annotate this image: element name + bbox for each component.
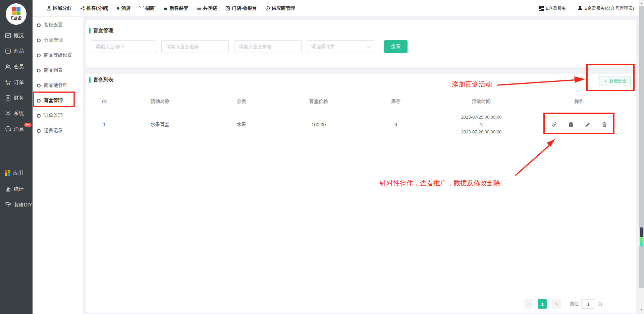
- bars-icon: [163, 6, 168, 11]
- finance-icon: [5, 95, 11, 101]
- submenu-label: 商品列表: [44, 67, 63, 73]
- report-icon[interactable]: [568, 121, 574, 128]
- nav-item-hotel[interactable]: ¥ 酒店: [117, 5, 130, 11]
- nav-item-new-customer[interactable]: 新客裂变: [163, 5, 188, 11]
- sidebar-item-label: 装修DIY: [14, 202, 32, 208]
- brand-logo[interactable]: E企盈: [6, 3, 26, 25]
- col-header-id: ID: [92, 99, 117, 104]
- stats-icon: [5, 186, 11, 192]
- submenu-label: 盲盒管理: [44, 98, 63, 104]
- col-header-name: 活动名称: [117, 99, 203, 105]
- table-row: 1 水果盲盒 水果 100.00 9 2023-07-25 00:00:00 至…: [92, 109, 630, 140]
- nav-item-store-cashier[interactable]: 门店-收银台: [225, 5, 257, 11]
- sidebar-item-stats[interactable]: 统计: [5, 186, 24, 192]
- scroll-up-icon[interactable]: ▲: [639, 0, 644, 6]
- sidebar-item-goods[interactable]: 商品: [5, 48, 24, 54]
- prev-page-button[interactable]: <: [524, 299, 533, 309]
- search-button[interactable]: 搜索: [384, 40, 408, 53]
- category-select-placeholder: 请选择分类: [311, 44, 335, 50]
- submenu-item-category[interactable]: 分类管理: [33, 35, 83, 46]
- overview-icon: [5, 32, 11, 39]
- current-page-button[interactable]: 1: [538, 299, 547, 309]
- goto-unit-label: 页: [598, 301, 602, 307]
- service-menu[interactable]: E企盈服务: [539, 5, 566, 11]
- share-icon: [80, 6, 85, 11]
- page-title: 盲盒管理: [93, 27, 113, 34]
- next-page-button[interactable]: >: [552, 299, 561, 309]
- main-sidebar: E企盈 概况 商品 会: [0, 0, 33, 314]
- submenu-label: 基础设置: [44, 22, 63, 28]
- cell-price: 100.00: [280, 122, 357, 127]
- submenu-item-goods-pool[interactable]: 商品池管理: [33, 80, 83, 91]
- submenu-item-freight[interactable]: 运费记录: [33, 125, 83, 136]
- page: 区域分红 推客(分销) ¥ 酒店: [0, 0, 644, 314]
- circle-icon: [37, 84, 41, 87]
- message-badge: •••: [24, 123, 32, 127]
- sub-sidebar: 基础设置 分类管理 商品等级设置 商品列表 商品池管理 盲盒管理 订单管理 运费…: [33, 17, 83, 314]
- circle-icon: [37, 54, 41, 57]
- account-menu[interactable]: E企盈服务(公众号管理员): [578, 5, 634, 11]
- submenu-item-basic-settings[interactable]: 基础设置: [33, 19, 83, 31]
- activity-id-input[interactable]: [91, 40, 156, 53]
- sidebar-item-order[interactable]: 订单: [5, 79, 24, 86]
- list-card: 盲盒列表 ＋ 新增盲盒 ID 活动名称 分类 盲盒价格 库存 活动时间 操作 1: [86, 74, 636, 313]
- search-card-title: 盲盒管理: [89, 27, 113, 34]
- time-start: 2023-07-25 00:00:00: [434, 114, 528, 121]
- nav-item-region-dividend[interactable]: 区域分红: [47, 5, 72, 11]
- scroll-down-icon[interactable]: ▼: [639, 307, 644, 312]
- circle-icon: [37, 23, 41, 27]
- circle-icon: [37, 129, 41, 133]
- time-end: 2023-07-28 00:00:00: [434, 128, 528, 136]
- sidebar-item-apps[interactable]: 应用: [5, 170, 23, 176]
- sidebar-item-diy[interactable]: 装修DIY: [5, 201, 32, 208]
- annotation-ops-label: 针对性操作，查看推广，数据及修改删除: [380, 179, 500, 188]
- order-icon: [5, 79, 11, 86]
- delete-icon[interactable]: [601, 121, 608, 128]
- nav-item-distribution[interactable]: 推客(分销): [80, 5, 108, 11]
- nav-item-investment[interactable]: 招商: [139, 5, 155, 11]
- goods-icon: [5, 48, 11, 54]
- sidebar-item-member[interactable]: 会员: [5, 63, 24, 70]
- submenu-label: 分类管理: [44, 37, 63, 43]
- submenu-label: 商品池管理: [44, 82, 67, 88]
- sidebar-item-message[interactable]: 消息 •••: [5, 126, 24, 132]
- category-select[interactable]: 请选择分类: [307, 40, 375, 53]
- submenu-label: 商品等级设置: [44, 52, 72, 58]
- sidebar-item-system[interactable]: 系统: [5, 110, 24, 117]
- add-blindbox-label: 新增盲盒: [609, 78, 627, 84]
- nav-item-supplier[interactable]: S 供应商管理: [265, 5, 295, 11]
- goto-page-input[interactable]: [581, 299, 595, 309]
- submenu-item-goods-level[interactable]: 商品等级设置: [33, 50, 83, 61]
- nav-item-label: 酒店: [121, 5, 130, 11]
- col-header-time: 活动时间: [434, 99, 528, 105]
- member-icon: [5, 63, 11, 70]
- sidebar-item-finance[interactable]: 财务: [5, 95, 24, 101]
- circle-icon: [37, 99, 41, 103]
- header-right: E企盈服务 E企盈服务(公众号管理员): [539, 0, 634, 17]
- goto-group: 前往 页: [570, 299, 602, 309]
- submenu-item-goods-list[interactable]: 商品列表: [33, 65, 83, 76]
- blindbox-name-input[interactable]: [161, 40, 229, 53]
- sidebar-item-overview[interactable]: 概况: [5, 32, 24, 39]
- search-form: 请选择分类 搜索: [91, 40, 408, 53]
- submenu-item-order-manage[interactable]: 订单管理: [33, 110, 83, 121]
- submenu-item-blindbox[interactable]: 盲盒管理: [33, 95, 83, 106]
- search-card: 盲盒管理 请选择分类 搜索: [86, 20, 636, 67]
- sidebar-item-label: 系统: [14, 110, 24, 117]
- circle-icon: [37, 69, 41, 72]
- scrollbar[interactable]: ▲ ▼: [639, 0, 644, 314]
- submenu-label: 运费记录: [44, 128, 63, 134]
- link-icon[interactable]: [551, 121, 557, 128]
- edit-icon[interactable]: [584, 121, 591, 128]
- supplier-icon: S: [265, 6, 270, 11]
- nav-item-label: 共享链: [203, 5, 217, 11]
- sidebar-item-label: 会员: [14, 64, 24, 70]
- title-bar-icon: [89, 28, 91, 34]
- col-header-category: 分类: [203, 99, 280, 105]
- recycle-icon: [139, 6, 144, 11]
- nav-item-share-chain[interactable]: 共享链: [197, 5, 217, 11]
- blindbox-price-input[interactable]: [234, 40, 302, 53]
- add-blindbox-button[interactable]: ＋ 新增盲盒: [599, 76, 631, 86]
- logo-mark-icon: [12, 7, 20, 15]
- logo-text: E企盈: [11, 15, 21, 21]
